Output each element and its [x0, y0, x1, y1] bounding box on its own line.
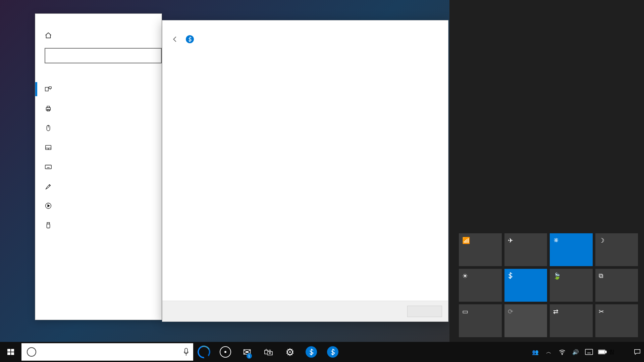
wifi-icon: [558, 348, 566, 356]
bluetooth-transfer-dialog: [162, 20, 448, 322]
settings-window: [35, 13, 162, 320]
svg-point-25: [562, 354, 562, 355]
svg-rect-21: [7, 352, 10, 355]
bluetooth-icon: [186, 35, 194, 43]
groove-icon: [220, 346, 231, 358]
bluetooth-icon: [306, 346, 317, 358]
qa-bluetooth[interactable]: [504, 269, 547, 302]
tray-people[interactable]: 👥: [529, 342, 542, 362]
qa-rotation-lock: ⟳: [504, 304, 547, 337]
tray-battery[interactable]: [596, 342, 609, 362]
bluetooth-icon: [508, 272, 544, 280]
snip-icon: ✂: [599, 308, 635, 315]
qa-battery-saver[interactable]: 🍃: [550, 269, 593, 302]
taskbar-search-input[interactable]: [41, 348, 178, 356]
people-icon: 👥: [532, 349, 539, 355]
taskbar-app-edge[interactable]: [193, 342, 215, 362]
sidebar-item-typing[interactable]: [35, 157, 162, 177]
qa-project[interactable]: ⧉: [595, 269, 638, 302]
sidebar-item-bluetooth[interactable]: [35, 79, 162, 99]
home-icon: [45, 32, 52, 39]
svg-rect-2: [46, 108, 51, 110]
taskbar-app-bluetooth-1[interactable]: [301, 342, 322, 362]
tray-input[interactable]: [582, 342, 596, 362]
pen-icon: [45, 183, 52, 190]
svg-rect-34: [599, 351, 604, 353]
svg-rect-17: [47, 223, 49, 224]
svg-rect-23: [185, 348, 187, 353]
taskbar-search[interactable]: [21, 343, 193, 361]
tray-overflow[interactable]: ︿: [542, 342, 555, 362]
qa-night-light[interactable]: ☀: [459, 269, 502, 302]
tray-action-center[interactable]: [631, 342, 644, 362]
qa-tablet-mode[interactable]: ▭: [459, 304, 502, 337]
quick-actions-grid: 📶 ✈ ⛯ ☽ ☀ 🍃 ⧉ ▭ ⟳ ⇄ ✂: [459, 233, 638, 337]
edge-icon: [196, 344, 212, 360]
sidebar-item-mouse[interactable]: [35, 118, 162, 138]
start-button[interactable]: [0, 342, 21, 362]
keyboard-icon: [585, 349, 593, 355]
qa-nearby-sharing[interactable]: ⇄: [550, 304, 593, 337]
settings-title: [35, 14, 162, 20]
battery-icon: [598, 349, 607, 355]
usb-icon: [45, 222, 52, 229]
mic-icon[interactable]: [183, 348, 189, 356]
home-nav[interactable]: [35, 20, 162, 48]
notification-icon: [634, 348, 641, 356]
qa-location[interactable]: ⛯: [550, 233, 593, 266]
taskbar-app-mail[interactable]: ✉1: [236, 342, 258, 362]
cortana-icon: [27, 347, 36, 357]
taskbar-app-store[interactable]: 🛍: [258, 342, 279, 362]
svg-rect-26: [585, 349, 593, 355]
tray-volume[interactable]: 🔊: [569, 342, 582, 362]
sidebar-item-printers[interactable]: [35, 99, 162, 118]
svg-rect-1: [49, 87, 51, 89]
taskbar-app-groove[interactable]: [215, 342, 236, 362]
action-center: 📶 ✈ ⛯ ☽ ☀ 🍃 ⧉ ▭ ⟳ ⇄ ✂: [449, 0, 644, 342]
next-button: [407, 306, 442, 317]
bluetooth-devices-icon: [45, 85, 52, 93]
qa-flight-mode[interactable]: ✈: [504, 233, 547, 266]
sidebar-item-pen[interactable]: [35, 177, 162, 196]
gear-icon: ⚙: [285, 346, 294, 358]
svg-rect-18: [47, 224, 50, 228]
dialog-footer: [162, 301, 448, 321]
settings-search-input[interactable]: [50, 52, 156, 60]
qa-screen-snip[interactable]: ✂: [595, 304, 638, 337]
bluetooth-icon: [327, 346, 338, 358]
tablet-icon: ▭: [462, 308, 498, 315]
taskbar-app-settings[interactable]: ⚙: [279, 342, 301, 362]
taskbar-app-bluetooth-2[interactable]: [322, 342, 343, 362]
category-header: [35, 63, 162, 79]
sun-icon: ☀: [462, 272, 498, 280]
taskbar: ✉1 🛍 ⚙ 👥 ︿ 🔊 참: [0, 342, 644, 362]
autoplay-icon: [45, 202, 52, 209]
chevron-up-icon: ︿: [546, 349, 551, 356]
sidebar-item-usb[interactable]: [35, 216, 162, 235]
battery-leaf-icon: 🍃: [553, 272, 589, 280]
touchpad-icon: [45, 144, 52, 151]
svg-rect-22: [11, 352, 14, 355]
qa-focus-assist[interactable]: ☽: [595, 233, 638, 266]
tray-wifi[interactable]: [555, 342, 569, 362]
svg-rect-33: [605, 351, 606, 353]
volume-icon: 🔊: [572, 349, 579, 355]
svg-rect-0: [45, 87, 48, 91]
qa-network[interactable]: 📶: [459, 233, 502, 266]
printer-icon: [45, 105, 52, 112]
network-icon: 📶: [462, 237, 498, 244]
settings-search[interactable]: [45, 48, 162, 63]
rotation-lock-icon: ⟳: [508, 308, 544, 315]
sidebar-item-autoplay[interactable]: [35, 196, 162, 216]
location-icon: ⛯: [553, 237, 589, 244]
mail-icon: ✉1: [243, 346, 251, 358]
store-icon: 🛍: [264, 347, 273, 358]
project-icon: ⧉: [599, 272, 635, 280]
svg-rect-10: [45, 165, 51, 169]
svg-rect-3: [47, 106, 49, 108]
svg-rect-19: [7, 349, 10, 352]
sidebar-item-touchpad[interactable]: [35, 138, 162, 157]
airplane-icon: ✈: [508, 237, 544, 244]
back-button[interactable]: [169, 33, 181, 45]
mouse-icon: [45, 124, 52, 132]
